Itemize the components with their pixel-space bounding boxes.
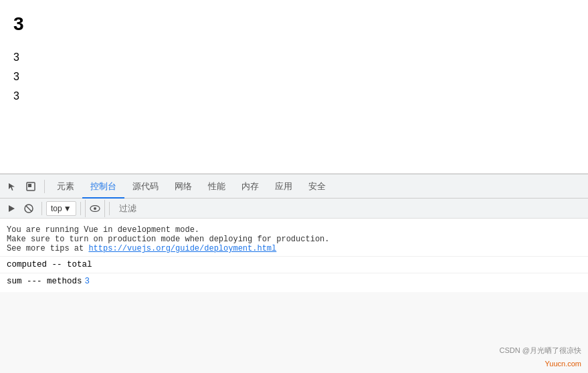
toolbar-separator-2 bbox=[80, 202, 81, 215]
vue-deployment-link[interactable]: https://vuejs.org/guide/deployment.html bbox=[88, 244, 276, 253]
toolbar-separator bbox=[41, 202, 42, 215]
devtools-panel: 元素 控制台 源代码 网络 性能 内存 应用 安全 top ▼ You are … bbox=[0, 174, 588, 373]
tab-separator-1 bbox=[44, 180, 45, 193]
context-label: top bbox=[51, 204, 62, 213]
number-3: 3 bbox=[13, 87, 575, 106]
console-toolbar: top ▼ bbox=[0, 199, 588, 219]
toolbar-separator-3 bbox=[109, 202, 110, 215]
computed-line: computed -- total bbox=[0, 258, 588, 271]
console-output: You are running Vue in development mode.… bbox=[0, 219, 588, 292]
context-dropdown[interactable]: top ▼ bbox=[46, 201, 76, 216]
tab-network[interactable]: 网络 bbox=[167, 174, 200, 199]
svg-point-6 bbox=[94, 207, 96, 210]
dropdown-arrow: ▼ bbox=[64, 204, 72, 213]
sum-value: 3 bbox=[85, 277, 90, 286]
number-1: 3 bbox=[13, 48, 575, 68]
vue-warning-line3: See more tips at https://vuejs.org/guide… bbox=[7, 244, 581, 253]
svg-rect-1 bbox=[28, 184, 31, 187]
tab-application[interactable]: 应用 bbox=[267, 174, 300, 199]
main-content: 3 3 3 3 bbox=[0, 0, 588, 174]
svg-line-4 bbox=[26, 205, 32, 211]
cursor-icon[interactable] bbox=[3, 177, 21, 196]
eye-icon[interactable] bbox=[85, 200, 105, 217]
tab-elements[interactable]: 元素 bbox=[49, 174, 82, 199]
csdn-label: CSDN @月光晒了很凉快 bbox=[500, 346, 581, 356]
number-2: 3 bbox=[13, 68, 575, 87]
inspect-icon[interactable] bbox=[21, 177, 40, 196]
separator-2 bbox=[0, 273, 588, 273]
vue-warning-block: You are running Vue in development mode.… bbox=[0, 223, 588, 255]
vue-warning-line1: You are running Vue in development mode. bbox=[7, 225, 581, 235]
tab-sources[interactable]: 源代码 bbox=[124, 174, 167, 199]
devtools-tab-bar: 元素 控制台 源代码 网络 性能 内存 应用 安全 bbox=[0, 174, 588, 199]
tab-memory[interactable]: 内存 bbox=[233, 174, 267, 199]
vue-warning-line3-prefix: See more tips at bbox=[7, 244, 88, 253]
separator-1 bbox=[0, 256, 588, 257]
block-icon[interactable] bbox=[20, 200, 37, 217]
filter-input[interactable] bbox=[114, 200, 585, 217]
svg-marker-2 bbox=[9, 205, 15, 212]
tab-security[interactable]: 安全 bbox=[300, 174, 334, 199]
sum-label: sum --- methods bbox=[7, 277, 82, 286]
run-icon[interactable] bbox=[3, 200, 20, 217]
site-watermark: Yuucn.com bbox=[545, 360, 581, 368]
main-heading: 3 bbox=[13, 13, 575, 35]
tab-console[interactable]: 控制台 bbox=[82, 174, 124, 199]
tab-performance[interactable]: 性能 bbox=[200, 174, 233, 199]
vue-warning-line2: Make sure to turn on production mode whe… bbox=[7, 235, 581, 244]
sum-line: sum --- methods 3 bbox=[0, 275, 588, 288]
